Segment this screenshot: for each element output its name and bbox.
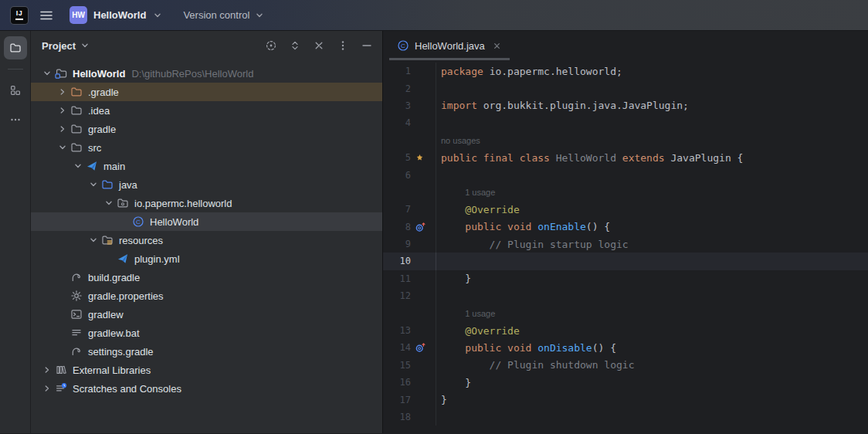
options-button[interactable]: [334, 36, 352, 55]
close-icon[interactable]: [492, 41, 502, 51]
code-line-5[interactable]: 5public final class HelloWorld extends J…: [383, 149, 868, 166]
line-number: 18: [383, 412, 411, 422]
tree-item-build-gradle[interactable]: build.gradle: [31, 268, 382, 287]
tree-item-src[interactable]: src: [31, 138, 382, 157]
code-line-10[interactable]: 10: [383, 253, 868, 270]
class-icon: C: [397, 39, 409, 52]
hide-button[interactable]: [358, 36, 376, 55]
more-icon: [9, 114, 22, 126]
tool-window-button-project-folder[interactable]: [4, 36, 27, 59]
overriding-method-icon[interactable]: [411, 341, 432, 354]
chevron-right-icon[interactable]: [40, 364, 54, 376]
tree-item-idea[interactable]: .idea: [31, 101, 382, 120]
tree-item-label: gradlew: [88, 309, 124, 320]
main-menu-button[interactable]: [36, 5, 57, 26]
chevron-spacer: [56, 271, 70, 283]
tree-item-gradle-properties[interactable]: gradle.properties: [31, 287, 382, 305]
tree-item-gradle[interactable]: gradle: [31, 120, 382, 138]
chevron-down-icon[interactable]: [71, 160, 85, 172]
expand-all-button[interactable]: [286, 36, 304, 55]
line-number: 13: [383, 325, 411, 336]
code-line-3[interactable]: 3import org.bukkit.plugin.java.JavaPlugi…: [383, 97, 868, 114]
tree-item-gradle[interactable]: .gradle: [31, 83, 382, 101]
scratches-icon: [55, 382, 68, 395]
line-number: 16: [383, 377, 411, 388]
tree-item-gradlew[interactable]: gradlew: [31, 305, 382, 324]
code-line-14[interactable]: 14 public void onDisable() {: [383, 339, 868, 356]
code-line-11[interactable]: 11 }: [383, 270, 868, 287]
gutter: 5: [383, 149, 436, 166]
plugin-gutter-icon[interactable]: [411, 153, 432, 163]
locate-button[interactable]: [262, 36, 280, 55]
code-area[interactable]: 1package io.papermc.helloworld;23import …: [383, 60, 868, 433]
chevron-spacer: [56, 308, 70, 320]
tree-item-main[interactable]: main: [31, 157, 382, 175]
line-number: 9: [383, 239, 411, 249]
usage-inlay-hint[interactable]: 1 usage: [441, 309, 495, 318]
gutter: 16: [383, 374, 436, 391]
tree-item-helloworld[interactable]: CHelloWorld: [31, 212, 382, 231]
project-folder-icon: [9, 42, 22, 54]
tree-item-resources[interactable]: resources: [31, 231, 382, 249]
code-line-2[interactable]: 2: [383, 80, 868, 97]
chevron-down-icon[interactable]: [102, 197, 116, 209]
tree-item-java[interactable]: java: [31, 175, 382, 194]
code-line-16[interactable]: 16 }: [383, 374, 868, 391]
code-line-18[interactable]: 18: [383, 409, 868, 426]
code-line-4[interactable]: 4: [383, 114, 868, 131]
tree-item-plugin-yml[interactable]: plugin.yml: [31, 249, 382, 268]
code-line-13[interactable]: 13 @Override: [383, 322, 868, 339]
tree-item-settings-gradle[interactable]: settings.gradle: [31, 342, 382, 361]
chevron-down-icon[interactable]: [86, 234, 100, 246]
tree-item-path: D:\githubRePos\HelloWorld: [131, 68, 253, 80]
chevron-down-icon[interactable]: [56, 141, 70, 154]
structure-icon: [9, 84, 22, 97]
gutter: 17: [383, 391, 436, 408]
gutter: [383, 304, 436, 321]
tree-item-external-libraries[interactable]: External Libraries: [31, 361, 382, 379]
tree-item-helloworld[interactable]: HelloWorldD:\githubRePos\HelloWorld: [31, 64, 382, 83]
line-number: 6: [383, 170, 411, 181]
class-icon: C: [132, 215, 145, 228]
tree-item-gradlew-bat[interactable]: gradlew.bat: [31, 324, 382, 342]
project-view-selector[interactable]: Project: [42, 40, 90, 52]
chevron-down-icon[interactable]: [86, 178, 100, 191]
locate-icon: [265, 39, 277, 52]
project-panel-title: Project: [42, 40, 76, 52]
inlay-hint-line[interactable]: no usages: [383, 132, 868, 149]
inlay-hint-line[interactable]: 1 usage: [383, 184, 868, 201]
code-token: @Override: [441, 325, 520, 337]
overriding-method-icon[interactable]: [411, 221, 432, 233]
inlay-hint-line[interactable]: 1 usage: [383, 304, 868, 321]
gutter: 13: [383, 322, 436, 339]
usage-inlay-hint[interactable]: 1 usage: [441, 188, 495, 197]
code-line-15[interactable]: 15 // Plugin shutdown logic: [383, 357, 868, 374]
project-widget[interactable]: HW HelloWorld: [65, 4, 168, 26]
gutter: 18: [383, 409, 436, 426]
intellij-app-icon[interactable]: IJ: [11, 7, 28, 24]
code-token: onEnable: [537, 221, 586, 232]
chevron-right-icon[interactable]: [40, 382, 54, 395]
chevron-right-icon[interactable]: [56, 104, 70, 117]
chevron-right-icon[interactable]: [56, 86, 70, 98]
tool-window-button-structure[interactable]: [4, 79, 27, 102]
code-line-1[interactable]: 1package io.papermc.helloworld;: [383, 63, 868, 80]
code-line-17[interactable]: 17}: [383, 391, 868, 408]
code-line-7[interactable]: 7 @Override: [383, 201, 868, 218]
collapse-all-button[interactable]: [310, 36, 328, 55]
code-line-12[interactable]: 12: [383, 287, 868, 304]
chevron-spacer: [102, 253, 116, 265]
gear-icon: [70, 290, 83, 302]
usage-inlay-hint[interactable]: no usages: [441, 136, 480, 145]
tree-item-scratches-and-consoles[interactable]: Scratches and Consoles: [31, 379, 382, 398]
code-token: import: [441, 100, 483, 111]
chevron-right-icon[interactable]: [56, 123, 70, 135]
code-line-6[interactable]: 6: [383, 166, 868, 183]
chevron-down-icon[interactable]: [40, 67, 54, 80]
code-line-8[interactable]: 8 public void onEnable() {: [383, 219, 868, 236]
tree-item-io-papermc-helloworld[interactable]: io.papermc.helloworld: [31, 194, 382, 212]
tool-window-button-more[interactable]: [4, 108, 27, 131]
code-line-9[interactable]: 9 // Plugin startup logic: [383, 236, 868, 253]
version-control-widget[interactable]: Version control: [183, 9, 265, 21]
tab-helloworld-java[interactable]: C HelloWorld.java: [389, 31, 510, 60]
